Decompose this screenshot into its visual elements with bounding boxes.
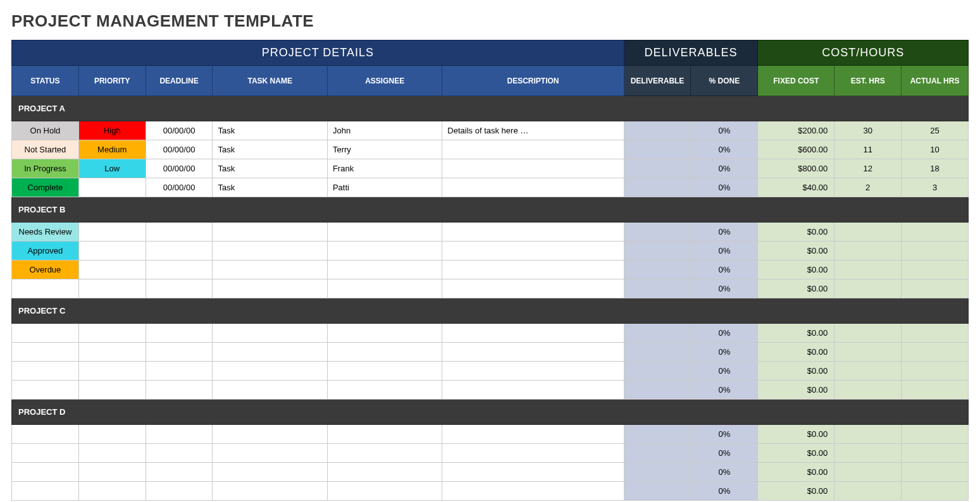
- cell-deliverable[interactable]: [624, 223, 691, 242]
- cell-deadline[interactable]: [146, 324, 213, 343]
- cell-est-hrs[interactable]: [834, 260, 902, 279]
- cell-deliverable[interactable]: [624, 381, 691, 400]
- cell-deliverable[interactable]: [624, 444, 691, 463]
- cell-task[interactable]: [213, 279, 327, 298]
- cell-assignee[interactable]: [327, 482, 442, 501]
- cell-status[interactable]: On Hold: [12, 121, 79, 140]
- cell-status[interactable]: [12, 482, 79, 501]
- cell-est-hrs[interactable]: [834, 223, 902, 242]
- cell-percent-done[interactable]: 0%: [691, 425, 758, 444]
- cell-deadline[interactable]: [146, 279, 213, 298]
- cell-priority[interactable]: High: [78, 121, 146, 140]
- cell-priority[interactable]: [78, 324, 146, 343]
- cell-deadline[interactable]: 00/00/00: [146, 121, 213, 140]
- cell-actual-hrs[interactable]: 3: [902, 178, 969, 197]
- cell-est-hrs[interactable]: [834, 324, 902, 343]
- cell-fixed-cost[interactable]: $600.00: [758, 140, 834, 159]
- cell-est-hrs[interactable]: [834, 463, 902, 482]
- cell-actual-hrs[interactable]: [902, 444, 969, 463]
- cell-deadline[interactable]: [146, 381, 213, 400]
- cell-assignee[interactable]: [327, 463, 442, 482]
- cell-priority[interactable]: Medium: [78, 140, 146, 159]
- cell-deadline[interactable]: [146, 260, 213, 279]
- cell-description[interactable]: [442, 425, 624, 444]
- cell-task[interactable]: Task: [213, 159, 327, 178]
- cell-assignee[interactable]: [327, 223, 442, 242]
- cell-status[interactable]: [12, 362, 79, 381]
- cell-deadline[interactable]: 00/00/00: [146, 159, 213, 178]
- cell-fixed-cost[interactable]: $0.00: [758, 343, 834, 362]
- cell-assignee[interactable]: [327, 242, 442, 260]
- cell-assignee[interactable]: [327, 279, 442, 298]
- cell-priority[interactable]: [78, 178, 146, 197]
- cell-priority[interactable]: [78, 242, 146, 260]
- cell-task[interactable]: [213, 223, 327, 242]
- cell-description[interactable]: [442, 362, 624, 381]
- cell-status[interactable]: In Progress: [12, 159, 79, 178]
- cell-deadline[interactable]: 00/00/00: [146, 178, 213, 197]
- cell-deadline[interactable]: 00/00/00: [146, 140, 213, 159]
- cell-status[interactable]: [12, 324, 79, 343]
- cell-assignee[interactable]: [327, 260, 442, 279]
- cell-deadline[interactable]: [146, 242, 213, 260]
- cell-percent-done[interactable]: 0%: [691, 362, 758, 381]
- cell-fixed-cost[interactable]: $0.00: [758, 463, 834, 482]
- cell-description[interactable]: [442, 260, 624, 279]
- cell-est-hrs[interactable]: [834, 444, 902, 463]
- cell-percent-done[interactable]: 0%: [691, 343, 758, 362]
- cell-est-hrs[interactable]: [834, 482, 902, 501]
- cell-task[interactable]: Task: [213, 121, 327, 140]
- cell-deliverable[interactable]: [624, 343, 691, 362]
- cell-fixed-cost[interactable]: $0.00: [758, 242, 834, 260]
- cell-status[interactable]: [12, 425, 79, 444]
- cell-description[interactable]: [442, 324, 624, 343]
- cell-task[interactable]: Task: [213, 178, 327, 197]
- cell-deadline[interactable]: [146, 343, 213, 362]
- cell-description[interactable]: [442, 242, 624, 260]
- cell-description[interactable]: [442, 444, 624, 463]
- cell-deliverable[interactable]: [624, 140, 691, 159]
- cell-deliverable[interactable]: [624, 242, 691, 260]
- cell-task[interactable]: [213, 482, 327, 501]
- cell-fixed-cost[interactable]: $0.00: [758, 324, 834, 343]
- cell-percent-done[interactable]: 0%: [691, 178, 758, 197]
- cell-assignee[interactable]: [327, 381, 442, 400]
- cell-actual-hrs[interactable]: [902, 242, 969, 260]
- cell-assignee[interactable]: [327, 324, 442, 343]
- cell-deadline[interactable]: [146, 223, 213, 242]
- cell-deliverable[interactable]: [624, 159, 691, 178]
- cell-est-hrs[interactable]: 2: [834, 178, 902, 197]
- cell-percent-done[interactable]: 0%: [691, 140, 758, 159]
- cell-description[interactable]: [442, 279, 624, 298]
- cell-task[interactable]: Task: [213, 140, 327, 159]
- cell-priority[interactable]: [78, 381, 146, 400]
- cell-assignee[interactable]: Patti: [327, 178, 442, 197]
- cell-actual-hrs[interactable]: [902, 279, 969, 298]
- cell-deliverable[interactable]: [624, 425, 691, 444]
- cell-task[interactable]: [213, 362, 327, 381]
- cell-fixed-cost[interactable]: $0.00: [758, 482, 834, 501]
- cell-status[interactable]: Not Started: [12, 140, 79, 159]
- cell-actual-hrs[interactable]: [902, 324, 969, 343]
- cell-deadline[interactable]: [146, 362, 213, 381]
- cell-fixed-cost[interactable]: $0.00: [758, 425, 834, 444]
- cell-task[interactable]: [213, 324, 327, 343]
- cell-deliverable[interactable]: [624, 121, 691, 140]
- cell-percent-done[interactable]: 0%: [691, 159, 758, 178]
- cell-actual-hrs[interactable]: 25: [902, 121, 969, 140]
- cell-actual-hrs[interactable]: [902, 343, 969, 362]
- cell-percent-done[interactable]: 0%: [691, 260, 758, 279]
- cell-percent-done[interactable]: 0%: [691, 121, 758, 140]
- cell-task[interactable]: [213, 425, 327, 444]
- cell-task[interactable]: [213, 444, 327, 463]
- cell-actual-hrs[interactable]: 10: [902, 140, 969, 159]
- cell-est-hrs[interactable]: [834, 242, 902, 260]
- cell-status[interactable]: Needs Review: [12, 223, 79, 242]
- cell-est-hrs[interactable]: [834, 362, 902, 381]
- cell-percent-done[interactable]: 0%: [691, 463, 758, 482]
- cell-task[interactable]: [213, 260, 327, 279]
- cell-percent-done[interactable]: 0%: [691, 279, 758, 298]
- cell-est-hrs[interactable]: [834, 381, 902, 400]
- cell-actual-hrs[interactable]: [902, 362, 969, 381]
- cell-actual-hrs[interactable]: [902, 381, 969, 400]
